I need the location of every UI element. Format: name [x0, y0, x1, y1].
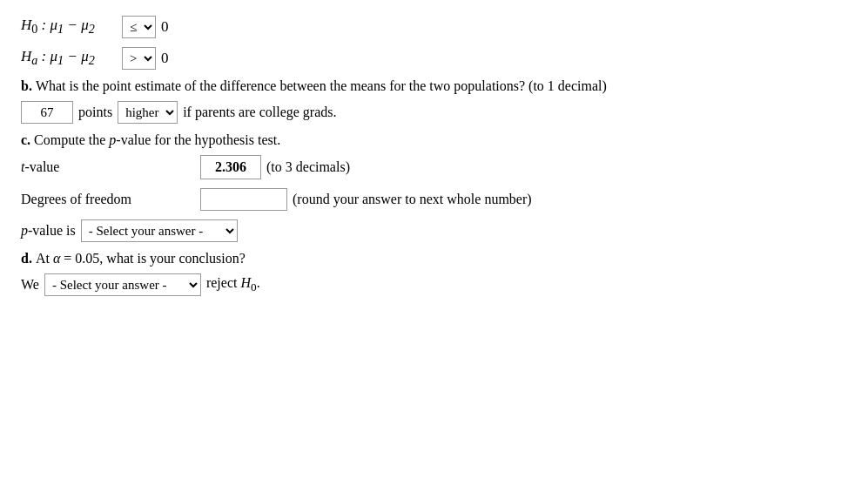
ha-row: Ha : μ1 − μ2 ≤ < = ≥ > ≠ 0 [21, 47, 847, 70]
tvalue-label: t-value [21, 159, 195, 175]
tvalue-note: (to 3 decimals) [266, 159, 350, 175]
pvalue-row: p-value is - Select your answer - less t… [21, 219, 847, 242]
section-c-label: c. Compute the p-value for the hypothesi… [21, 132, 847, 148]
dof-input[interactable] [200, 188, 287, 211]
section-c: c. Compute the p-value for the hypothesi… [21, 132, 847, 242]
we-label: We [21, 277, 39, 293]
section-c-content: t-value 2.306 (to 3 decimals) Degrees of… [21, 155, 847, 242]
section-d: d. At α = 0.05, what is your conclusion?… [21, 251, 847, 296]
h0-row: H0 : μ1 − μ2 ≤ < = ≥ > ≠ 0 [21, 16, 847, 38]
pvalue-select[interactable]: - Select your answer - less than 0.01 be… [81, 219, 238, 242]
suffix-label: if parents are college grads. [183, 105, 336, 120]
conclusion-select[interactable]: - Select your answer - do not do [44, 273, 201, 296]
dof-row: Degrees of freedom (round your answer to… [21, 188, 847, 211]
direction-select[interactable]: higher lower [118, 101, 178, 124]
dof-label: Degrees of freedom [21, 192, 195, 207]
section-b-answer-row: points higher lower if parents are colle… [21, 101, 847, 124]
conclusion-row: We - Select your answer - do not do reje… [21, 273, 847, 296]
section-c-question: Compute the p-value for the hypothesis t… [34, 132, 280, 147]
h0-label: H0 : μ1 − μ2 [21, 17, 117, 37]
ha-label: Ha : μ1 − μ2 [21, 48, 117, 68]
section-b-label: b. What is the point estimate of the dif… [21, 78, 847, 94]
points-label: points [78, 105, 112, 120]
tvalue-row: t-value 2.306 (to 3 decimals) [21, 155, 847, 179]
section-b-question: What is the point estimate of the differ… [36, 78, 607, 93]
h0-operator-select[interactable]: ≤ < = ≥ > ≠ [122, 16, 156, 38]
ha-operator-select[interactable]: ≤ < = ≥ > ≠ [122, 47, 156, 70]
section-d-question: At α = 0.05, what is your conclusion? [36, 251, 246, 266]
pvalue-label: p-value is [21, 223, 76, 239]
section-d-label: d. At α = 0.05, what is your conclusion? [21, 251, 847, 266]
h0-zero: 0 [161, 18, 169, 36]
tvalue-box: 2.306 [200, 155, 261, 179]
section-b: b. What is the point estimate of the dif… [21, 78, 847, 124]
dof-note: (round your answer to next whole number) [293, 192, 532, 207]
points-input[interactable] [21, 101, 73, 124]
ha-zero: 0 [161, 50, 169, 67]
reject-label: reject H0. [206, 275, 260, 294]
